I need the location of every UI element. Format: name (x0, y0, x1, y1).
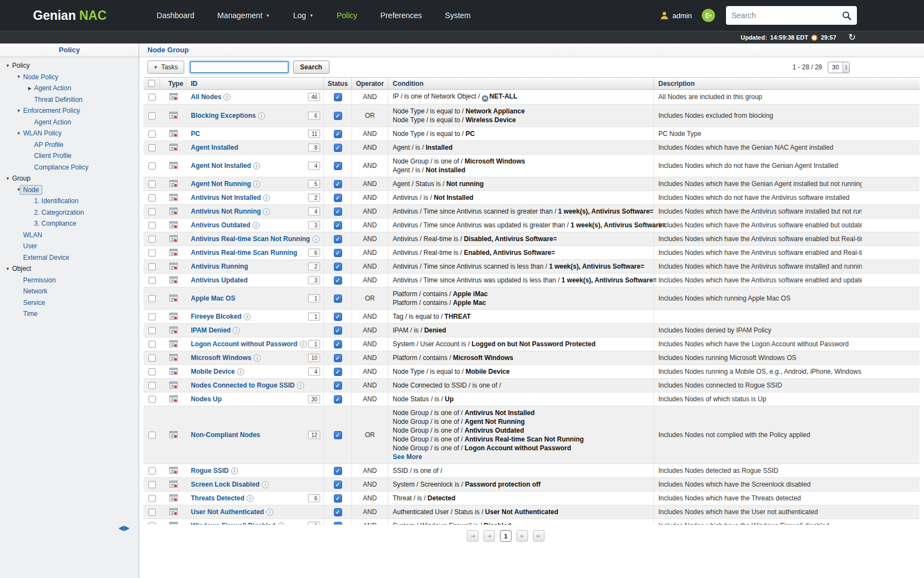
status-checkbox[interactable]: ✓ (334, 249, 342, 257)
node-count-badge[interactable]: 12 (308, 431, 320, 439)
status-checkbox[interactable]: ✓ (334, 144, 342, 152)
sidebar-item-label[interactable]: Node (20, 185, 42, 195)
node-group-link[interactable]: Apple Mac OS (191, 295, 235, 302)
row-checkbox[interactable] (148, 236, 156, 243)
row-checkbox[interactable] (148, 112, 156, 119)
status-checkbox[interactable]: ✓ (334, 494, 342, 503)
row-checkbox[interactable] (148, 263, 156, 270)
header-status[interactable]: Status (324, 78, 352, 89)
node-group-link[interactable]: Antivirus Outdated (191, 221, 250, 229)
refresh-icon[interactable]: ↻ (849, 33, 856, 42)
node-group-link[interactable]: Non-Compliant Nodes (191, 431, 260, 439)
row-checkbox[interactable] (148, 181, 156, 188)
sidebar-item-label[interactable]: Agent Action (34, 84, 71, 92)
sidebar-item-label[interactable]: Enforcement Policy (23, 107, 80, 114)
node-group-link[interactable]: Nodes Connected to Rogue SSID (191, 381, 295, 389)
status-checkbox[interactable]: ✓ (334, 162, 342, 170)
node-group-link[interactable]: User Not Authenticated (191, 508, 264, 516)
status-checkbox[interactable]: ✓ (334, 340, 342, 348)
tree-arrow-icon[interactable]: ▼ (3, 176, 12, 181)
sidebar-item-label[interactable]: Policy (12, 62, 30, 69)
status-checkbox[interactable]: ✓ (334, 467, 342, 475)
see-more-link[interactable]: See More (393, 452, 422, 461)
node-group-link[interactable]: Nodes Up (191, 395, 222, 403)
row-checkbox[interactable] (148, 295, 156, 302)
status-checkbox[interactable]: ✓ (334, 221, 342, 230)
node-group-link[interactable]: Windows Firewall Disabled (191, 522, 276, 525)
header-id[interactable]: ID (186, 78, 324, 89)
info-icon[interactable]: i (263, 194, 270, 201)
sidebar-item-label[interactable]: Client Profile (34, 152, 72, 160)
sidebar-item-label[interactable]: Time (23, 310, 37, 318)
info-icon[interactable]: i (253, 162, 260, 170)
sidebar-item-label[interactable]: Agent Action (34, 118, 71, 126)
collapse-left-icon[interactable]: ◀ (119, 524, 124, 532)
node-count-badge[interactable]: 4 (308, 208, 320, 216)
nav-item-policy[interactable]: Policy (325, 0, 369, 31)
node-count-badge[interactable]: 5 (308, 180, 320, 188)
logout-button[interactable] (702, 9, 715, 22)
status-checkbox[interactable]: ✓ (334, 481, 342, 489)
node-count-badge[interactable]: 6 (308, 494, 320, 503)
node-count-badge[interactable]: 10 (308, 354, 320, 362)
info-icon[interactable]: i (297, 382, 304, 389)
row-checkbox[interactable] (148, 194, 156, 201)
row-checkbox[interactable] (148, 341, 156, 348)
status-checkbox[interactable]: ✓ (334, 522, 342, 525)
sidebar-item-label[interactable]: Permission (23, 276, 56, 284)
node-group-link[interactable]: Antivirus Running (191, 263, 248, 270)
info-icon[interactable]: i (258, 112, 265, 119)
status-checkbox[interactable]: ✓ (334, 395, 342, 403)
status-checkbox[interactable]: ✓ (334, 431, 342, 439)
node-group-link[interactable]: Antivirus Updated (191, 276, 248, 284)
row-checkbox[interactable] (148, 313, 156, 320)
info-icon[interactable]: i (312, 236, 320, 243)
node-count-badge[interactable]: 1 (308, 313, 320, 321)
info-icon[interactable]: i (223, 94, 230, 101)
header-condition[interactable]: Condition (388, 78, 654, 89)
nav-item-management[interactable]: Management ▼ (206, 0, 282, 31)
header-description[interactable]: Description (654, 78, 919, 89)
info-icon[interactable]: i (246, 495, 254, 502)
node-group-link[interactable]: Fireeye Blcoked (191, 313, 241, 320)
row-checkbox[interactable] (148, 130, 156, 138)
sidebar-item-label[interactable]: Compliance Policy (34, 163, 89, 171)
tree-arrow-icon[interactable]: ▼ (14, 131, 23, 136)
row-checkbox[interactable] (148, 249, 156, 257)
status-checkbox[interactable]: ✓ (334, 381, 342, 390)
nav-item-system[interactable]: System (433, 0, 482, 31)
first-page-button[interactable]: |◀ (467, 530, 479, 542)
node-group-link[interactable]: Mobile Device (191, 368, 235, 375)
prev-page-button[interactable]: ◀ (483, 530, 495, 542)
sidebar-item-label[interactable]: Threat Definition (34, 96, 82, 103)
sidebar-item-label[interactable]: Service (23, 299, 45, 307)
status-checkbox[interactable]: ✓ (334, 313, 342, 321)
info-icon[interactable]: i (266, 509, 273, 516)
node-count-badge[interactable]: 4 (308, 368, 320, 376)
row-checkbox[interactable] (148, 382, 156, 389)
status-checkbox[interactable]: ✓ (334, 208, 342, 216)
last-page-button[interactable]: ▶| (533, 530, 544, 542)
status-checkbox[interactable]: ✓ (334, 180, 342, 188)
sidebar-item-label[interactable]: User (23, 242, 37, 250)
user-menu[interactable]: admin (659, 10, 692, 20)
status-checkbox[interactable]: ✓ (334, 368, 342, 376)
status-checkbox[interactable]: ✓ (334, 295, 342, 303)
node-count-badge[interactable]: 6 (308, 249, 320, 257)
node-count-badge[interactable]: 4 (308, 162, 320, 170)
node-group-link[interactable]: Agent Not Installed (191, 162, 251, 170)
status-checkbox[interactable]: ✓ (334, 130, 342, 138)
brand-logo[interactable]: GenianNAC (33, 8, 107, 23)
row-checkbox[interactable] (148, 222, 156, 229)
node-count-badge[interactable]: 30 (308, 395, 320, 403)
node-count-badge[interactable]: 3 (308, 522, 320, 525)
tree-arrow-icon[interactable]: ▶ (25, 86, 34, 91)
status-checkbox[interactable]: ✓ (334, 93, 342, 101)
sidebar-item-label[interactable]: Group (12, 175, 30, 182)
sidebar-item-label[interactable]: 1. Identification (34, 197, 79, 205)
status-checkbox[interactable]: ✓ (334, 326, 342, 335)
row-checkbox[interactable] (148, 495, 156, 502)
nav-item-preferences[interactable]: Preferences (369, 0, 433, 31)
sidebar-item-label[interactable]: AP Profile (34, 141, 63, 149)
sidebar-item-label[interactable]: Node Policy (23, 73, 58, 81)
